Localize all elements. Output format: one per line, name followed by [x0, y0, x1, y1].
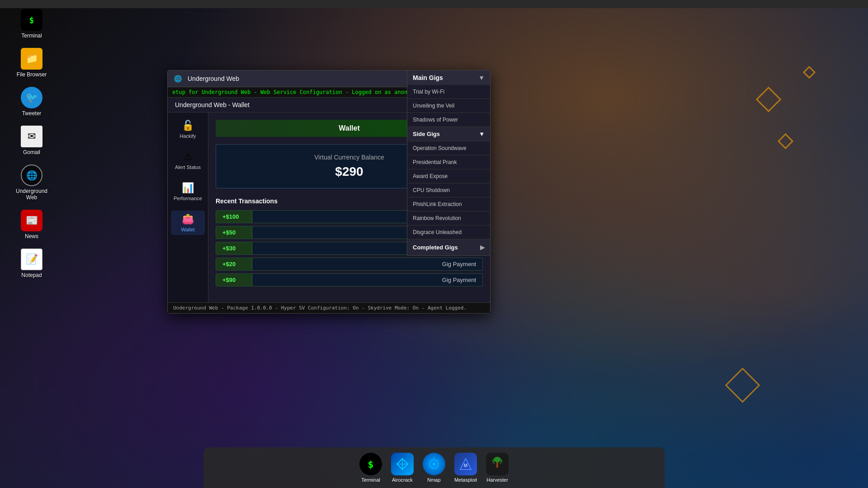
taskbar-nmap-label: Nmap	[427, 477, 440, 483]
trans-desc: Gig Payment	[252, 274, 482, 286]
hackify-icon: 🔓	[182, 120, 194, 131]
transaction-row: +$20 Gig Payment	[216, 258, 483, 271]
window-statusbar: Underground Web - Package 1.0.0.0 - Hype…	[168, 302, 490, 313]
trans-amount: +$90	[216, 274, 252, 286]
completed-gigs-header: Completed Gigs ▶	[407, 239, 490, 255]
gig-item-unveiling-the-veil[interactable]: Unveiling the Veil	[407, 99, 490, 113]
taskbar-nmap[interactable]: Nmap	[423, 453, 445, 483]
svg-point-11	[494, 457, 501, 462]
tweeter-icon: 🐦	[21, 87, 42, 108]
performance-icon: 📊	[182, 182, 194, 194]
taskbar-harvester[interactable]: Harvester	[486, 453, 509, 483]
deco-diamond	[725, 368, 760, 403]
underground-web-label: Underground Web	[14, 188, 50, 201]
transaction-row: +$90 Gig Payment	[216, 273, 483, 286]
gomail-label: Gomail	[23, 149, 40, 155]
alert-status-icon: ⚠	[184, 151, 193, 163]
notepad-icon: 📝	[21, 249, 42, 270]
desktop-icon-tweeter[interactable]: 🐦 Tweeter	[14, 87, 50, 117]
performance-label: Performance	[174, 196, 202, 201]
desktop-icons-container: $ Terminal 📁 File Browser 🐦 Tweeter ✉ Go…	[14, 9, 50, 278]
gigs-panel: Main Gigs ▼ Trial by Wi-Fi Unveiling the…	[407, 70, 491, 256]
desktop-icon-news[interactable]: 📰 News	[14, 210, 50, 239]
gig-item-award-expose[interactable]: Award Expose	[407, 169, 490, 183]
notepad-label: Notepad	[21, 272, 42, 278]
desktop-icon-gomail[interactable]: ✉ Gomail	[14, 126, 50, 155]
gig-item-trial-by-wifi[interactable]: Trial by Wi-Fi	[407, 85, 490, 99]
desktop-icon-underground-web[interactable]: 🌐 Underground Web	[14, 164, 50, 201]
main-gigs-label: Main Gigs	[413, 74, 443, 81]
taskbar-top	[0, 0, 868, 8]
taskbar-terminal-label: Terminal	[361, 477, 380, 483]
taskbar-airocrack-icon	[391, 453, 414, 475]
gig-item-operation-soundwave[interactable]: Operation Soundwave	[407, 141, 490, 155]
trans-amount: +$50	[216, 226, 252, 239]
taskbar-terminal-icon: $	[359, 453, 382, 475]
taskbar-airocrack[interactable]: Airocrack	[391, 453, 414, 483]
taskbar-airocrack-label: Airocrack	[392, 477, 413, 483]
side-gigs-label: Side Gigs	[413, 131, 440, 137]
taskbar-nmap-icon	[423, 453, 445, 475]
underground-web-icon: 🌐	[21, 164, 42, 186]
gig-item-phishlink-extraction[interactable]: PhishLink Extraction	[407, 197, 490, 211]
deco-diamond	[803, 66, 816, 79]
trans-desc: Gig Payment	[252, 258, 482, 270]
svg-text:M: M	[464, 463, 467, 468]
main-gigs-header: Main Gigs ▼	[407, 70, 490, 85]
news-label: News	[25, 233, 38, 239]
taskbar-harvester-label: Harvester	[486, 477, 508, 483]
filebrowser-label: File Browser	[17, 71, 47, 78]
hackify-label: Hackify	[179, 133, 196, 139]
deco-diamond	[756, 87, 782, 113]
sidebar-alert-status[interactable]: ⚠ Alert Status	[171, 148, 205, 173]
side-gigs-header: Side Gigs ▼	[407, 127, 490, 141]
taskbar-terminal[interactable]: $ Terminal	[359, 453, 382, 483]
gomail-icon: ✉	[21, 126, 42, 147]
sidebar-performance[interactable]: 📊 Performance	[171, 179, 205, 204]
trans-amount: +$30	[216, 242, 252, 254]
trans-amount: +$100	[216, 211, 252, 223]
svg-point-5	[433, 463, 435, 465]
side-gigs-expand-icon[interactable]: ▼	[479, 131, 485, 137]
gig-item-cpu-shutdown[interactable]: CPU Shutdown	[407, 183, 490, 197]
deco-diamond	[778, 133, 793, 149]
terminal-icon: $	[21, 9, 42, 31]
taskbar-bottom: $ Terminal Airocrack Nmap	[203, 447, 665, 488]
desktop-icon-terminal[interactable]: $ Terminal	[14, 9, 50, 39]
taskbar-metasploit-label: Metasploit	[454, 477, 477, 483]
taskbar-harvester-icon	[486, 453, 509, 475]
completed-gigs-expand-icon[interactable]: ▶	[480, 244, 485, 251]
gig-item-disgrace-unleashed[interactable]: Disgrace Unleashed	[407, 225, 490, 239]
main-gigs-expand-icon[interactable]: ▼	[478, 74, 485, 81]
sidebar-wallet[interactable]: 👛 Wallet	[171, 211, 205, 235]
wallet-label: Wallet	[181, 227, 194, 232]
folder-icon: 📁	[21, 48, 42, 70]
terminal-label: Terminal	[21, 33, 42, 39]
tweeter-label: Tweeter	[22, 110, 42, 117]
gig-item-presidential-prank[interactable]: Presidential Prank	[407, 155, 490, 169]
wallet-icon: 👛	[182, 213, 194, 225]
desktop-icon-filebrowser[interactable]: 📁 File Browser	[14, 48, 50, 78]
window-app-icon: 🌐	[172, 73, 183, 84]
taskbar-metasploit[interactable]: M Metasploit	[454, 453, 477, 483]
gig-item-shadows-of-power[interactable]: Shadows of Power	[407, 113, 490, 127]
taskbar-metasploit-icon: M	[454, 453, 477, 475]
gig-item-rainbow-revolution[interactable]: Rainbow Revolution	[407, 211, 490, 225]
completed-gigs-label: Completed Gigs	[413, 244, 458, 251]
alert-status-label: Alert Status	[175, 164, 201, 170]
app-sidebar: 🔓 Hackify ⚠ Alert Status 📊 Performance 👛…	[168, 113, 208, 302]
sidebar-hackify[interactable]: 🔓 Hackify	[171, 117, 205, 141]
news-icon: 📰	[21, 210, 42, 231]
trans-amount: +$20	[216, 258, 252, 270]
desktop-icon-notepad[interactable]: 📝 Notepad	[14, 249, 50, 278]
